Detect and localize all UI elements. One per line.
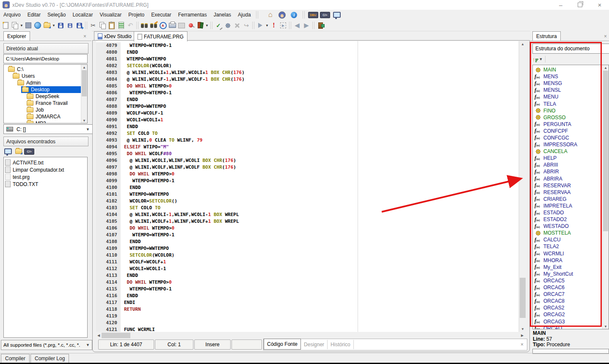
code-line[interactable]: 4095 DO WHIL WCOLF#80 bbox=[96, 151, 518, 157]
code-line[interactable]: 4110 SETCOLOR(WCOLOR) bbox=[96, 252, 518, 259]
file-list-item[interactable]: TODO.TXT bbox=[5, 181, 87, 188]
code-line[interactable]: 4107 WTEMPO=WTEMPO-1 bbox=[96, 232, 518, 238]
home-icon[interactable]: ⌂ bbox=[266, 10, 275, 19]
folder-open-icon[interactable] bbox=[14, 147, 23, 156]
structure-item[interactable]: f(n)ABRIR bbox=[533, 168, 609, 175]
code-line[interactable]: 4109 WTEMPO=WWTEMPO bbox=[96, 245, 518, 252]
save-as-icon[interactable] bbox=[65, 21, 74, 30]
minimize-button[interactable]: – bbox=[552, 0, 569, 10]
structure-item[interactable]: f(n)IMPRETELA bbox=[533, 203, 609, 209]
tab-explorer[interactable]: Explorer bbox=[3, 31, 30, 41]
code-line[interactable]: 4114 DO WHIL WTEMPO>0 bbox=[96, 279, 518, 286]
info-icon[interactable]: i bbox=[289, 10, 299, 19]
structure-item[interactable]: f(n)ORCAC7 bbox=[533, 291, 609, 298]
tab-estrutura[interactable]: Estrutura bbox=[532, 31, 561, 41]
code-line[interactable]: 4094ELSEIF WTIPO="M" bbox=[96, 144, 518, 151]
folder-tree[interactable]: C:\UsersAdminDesktopDeepSeekFrance Trava… bbox=[3, 64, 88, 123]
menu-ajuda[interactable]: Ajuda bbox=[234, 10, 254, 20]
new-file-icon[interactable] bbox=[1, 21, 10, 30]
structure-item[interactable]: f(n)ESTADO bbox=[533, 209, 609, 216]
tab-codigo-fonte[interactable]: Código Fonte bbox=[264, 339, 301, 350]
help-books-icon[interactable] bbox=[196, 21, 205, 30]
code-line[interactable]: 4092 SET COLO TO bbox=[96, 130, 518, 137]
web-globe-icon[interactable] bbox=[33, 21, 42, 30]
undo-icon[interactable]: ↶ bbox=[126, 21, 135, 30]
code-line[interactable]: 4102 WCOLOR=SETCOLOR() bbox=[96, 198, 518, 205]
tab-faturame-prg[interactable]: FATURAME.PRG bbox=[134, 31, 187, 41]
open-file-icon[interactable] bbox=[42, 21, 52, 30]
structure-scroll-down-icon[interactable]: ▼ bbox=[603, 324, 609, 329]
structure-item[interactable]: f(n)WCRMLI bbox=[533, 250, 609, 257]
code-line[interactable]: 4089 WCOLF=WCOLF-1 bbox=[96, 110, 518, 117]
code-line[interactable]: 4118RETURN bbox=[96, 306, 518, 313]
chevron-down-icon[interactable]: ▼ bbox=[19, 24, 24, 27]
menu-executar[interactable]: Executar bbox=[148, 10, 174, 20]
syntax-check-icon[interactable]: ✓ bbox=[214, 21, 223, 30]
monitor-icon[interactable] bbox=[3, 147, 13, 156]
code-line[interactable]: 4093 @ WLINI,0 CLEA TO WLINF, 79 bbox=[96, 137, 518, 144]
explorer-close-icon[interactable]: × bbox=[83, 33, 86, 39]
code-line[interactable]: 4106 DO WHIL WTEMPO>0 bbox=[96, 225, 518, 232]
tree-item[interactable]: Admin bbox=[4, 79, 87, 86]
monitor-icon[interactable] bbox=[332, 10, 342, 19]
tree-scroll-up-icon[interactable]: ▲ bbox=[81, 65, 87, 70]
tree-item[interactable]: DeepSeek bbox=[4, 93, 87, 100]
structure-item[interactable]: f(n)MENSG bbox=[533, 80, 609, 87]
code-line[interactable]: 4116 ENDD bbox=[96, 293, 518, 299]
structure-item[interactable]: f(n)IMPRESSORA bbox=[533, 141, 609, 148]
code-line[interactable]: 4090 WCOLI=WCOLI+1 bbox=[96, 117, 518, 123]
editor-hscrollbar[interactable]: ◀ ▶ bbox=[96, 332, 526, 339]
editor-scroll-down-icon[interactable]: ▼ bbox=[519, 326, 526, 332]
editor-vscrollbar-thumb[interactable] bbox=[520, 278, 526, 318]
structure-item[interactable]: f(n)MENS bbox=[533, 73, 609, 80]
code-line[interactable]: 4087 ENDD bbox=[96, 96, 518, 103]
editor-hscrollbar-thumb[interactable] bbox=[102, 333, 130, 338]
restore-button[interactable] bbox=[571, 0, 588, 10]
code-line[interactable]: 4100 ENDD bbox=[96, 184, 518, 191]
structure-item[interactable]: f(n)CONFCGC bbox=[533, 134, 609, 141]
code-line[interactable]: 4120 bbox=[96, 320, 518, 326]
code-line[interactable]: 4111 WCOLF=WCOLF+1 bbox=[96, 259, 518, 265]
find-icon[interactable] bbox=[140, 21, 149, 30]
rebuild-icon[interactable]: ↪ bbox=[242, 21, 251, 30]
new-from-template-icon[interactable] bbox=[10, 21, 19, 30]
file-filter-select[interactable]: All supported files (*.prg, *.c, *.cc, *… bbox=[1, 340, 92, 350]
close-button[interactable]: × bbox=[591, 0, 608, 10]
file-list-item[interactable]: Limpar Computador.txt bbox=[5, 166, 87, 173]
doc-close-icon[interactable]: × bbox=[521, 342, 524, 348]
code-line[interactable]: 4104 @ WLINI,WCOLI-1,WLINF,WCOLI-1 BOX W… bbox=[96, 211, 518, 218]
menu-ferramentas[interactable]: Ferramentas bbox=[175, 10, 210, 20]
code-line[interactable]: 4080 ENDD bbox=[96, 49, 518, 56]
structure-item[interactable]: f(n)My_ShortCut bbox=[533, 271, 609, 277]
structure-item[interactable]: f(n)ORCAC8 bbox=[533, 298, 609, 304]
tree-item[interactable]: Users bbox=[4, 73, 87, 79]
structure-item[interactable]: CANCELA bbox=[533, 148, 609, 155]
structure-item[interactable]: GROSSO bbox=[533, 114, 609, 121]
chevron-down-icon[interactable]: ▼ bbox=[265, 24, 269, 27]
tab-historico[interactable]: Histórico bbox=[328, 340, 354, 349]
structure-item[interactable]: MAIN bbox=[533, 66, 609, 73]
structure-item[interactable]: f(n)MENU bbox=[533, 93, 609, 100]
bookmark-icon[interactable] bbox=[186, 21, 196, 30]
tree-item[interactable]: C:\ bbox=[4, 66, 87, 73]
structure-item[interactable]: f(n)MENSL bbox=[533, 87, 609, 93]
code-line[interactable]: 4081 WTEMPO=WWTEMPO bbox=[96, 56, 518, 63]
code-line[interactable]: 4112 WCOLI=WCOLI-1 bbox=[96, 265, 518, 272]
structure-item[interactable]: f(n)ORCAS2 bbox=[533, 304, 609, 311]
structure-item[interactable]: f(n)CALCU bbox=[533, 236, 609, 243]
editor-scroll-left-icon[interactable]: ◀ bbox=[96, 332, 101, 339]
console-badge-icon[interactable]: C/> bbox=[25, 147, 34, 156]
select-all-icon[interactable] bbox=[116, 21, 126, 30]
menu-projeto[interactable]: Projeto bbox=[125, 10, 148, 20]
code-line[interactable]: 4082 SETCOLOR(WCOLOR) bbox=[96, 63, 518, 69]
editor-vscrollbar[interactable]: ▲ ▼ bbox=[519, 41, 526, 332]
code-line[interactable]: 4113 ENDD bbox=[96, 272, 518, 279]
file-list[interactable]: ACTIVATE.txtLimpar Computador.txttest.pr… bbox=[3, 157, 88, 338]
save-icon[interactable] bbox=[56, 21, 65, 30]
structure-item[interactable]: f(n)MHORA bbox=[533, 257, 609, 264]
tab-compiler[interactable]: Compiler bbox=[1, 354, 30, 363]
copy-icon[interactable] bbox=[98, 21, 107, 30]
tab-compiler-log[interactable]: Compiler Log bbox=[30, 354, 69, 363]
code-line[interactable]: 4085 DO WHIL WTEMPO>0 bbox=[96, 83, 518, 90]
structure-item[interactable]: f(n)ESTADO2 bbox=[533, 216, 609, 223]
